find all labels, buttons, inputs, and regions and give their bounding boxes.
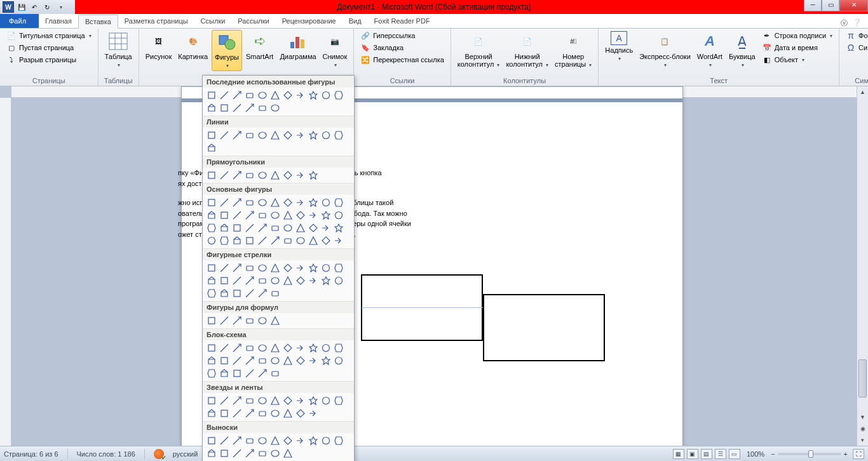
shape-item[interactable] — [205, 222, 218, 234]
shape-item[interactable] — [231, 367, 243, 380]
shape-item[interactable] — [294, 222, 307, 234]
undo-icon[interactable]: ↶ — [29, 2, 39, 12]
shape-item[interactable] — [218, 129, 231, 142]
drawn-rectangle-2[interactable] — [483, 294, 605, 361]
shape-item[interactable] — [281, 222, 294, 234]
shape-item[interactable] — [243, 287, 256, 300]
shape-item[interactable] — [294, 196, 307, 209]
shape-item[interactable] — [294, 129, 307, 142]
shape-item[interactable] — [269, 287, 281, 300]
shape-item[interactable] — [320, 354, 332, 367]
tab-mailings[interactable]: Рассылки — [231, 14, 275, 28]
status-words[interactable]: Число слов: 1 186 — [77, 450, 135, 458]
shape-item[interactable] — [218, 447, 231, 460]
shape-item[interactable] — [294, 262, 307, 274]
drawn-line[interactable] — [362, 307, 484, 308]
dropcap-button[interactable]: A̲Буквица▾ — [726, 30, 758, 70]
object-button[interactable]: ◧Объект▾ — [759, 54, 835, 65]
minimize-button[interactable]: ─ — [804, 0, 822, 11]
shape-item[interactable] — [243, 274, 256, 287]
shape-item[interactable] — [218, 196, 231, 209]
shape-item[interactable] — [332, 342, 345, 354]
shape-item[interactable] — [243, 222, 256, 234]
shape-item[interactable] — [307, 169, 320, 182]
shape-item[interactable] — [256, 234, 269, 247]
shape-item[interactable] — [269, 169, 281, 182]
datetime-button[interactable]: 📅Дата и время — [759, 42, 835, 53]
shape-item[interactable] — [332, 234, 345, 247]
shape-item[interactable] — [231, 274, 243, 287]
shape-item[interactable] — [243, 169, 256, 182]
shape-item[interactable] — [320, 274, 332, 287]
shape-item[interactable] — [269, 234, 281, 247]
zoom-fit-icon[interactable]: ⛶ — [853, 449, 864, 459]
shape-item[interactable] — [256, 196, 269, 209]
shape-item[interactable] — [218, 89, 231, 102]
tab-view[interactable]: Вид — [342, 14, 368, 28]
shape-item[interactable] — [243, 407, 256, 420]
shape-item[interactable] — [320, 262, 332, 274]
shape-item[interactable] — [269, 407, 281, 420]
save-icon[interactable]: 💾 — [17, 2, 27, 12]
shape-item[interactable] — [332, 434, 345, 447]
shape-item[interactable] — [231, 314, 243, 327]
screenshot-button[interactable]: 📷Снимок▾ — [320, 30, 350, 70]
shape-item[interactable] — [231, 196, 243, 209]
shape-item[interactable] — [243, 342, 256, 354]
shape-item[interactable] — [320, 234, 332, 247]
shape-item[interactable] — [243, 394, 256, 407]
pagenum-button[interactable]: #⃣Номер страницы ▾ — [552, 30, 594, 70]
shape-item[interactable] — [205, 342, 218, 354]
chart-button[interactable]: Диаграмма — [277, 30, 318, 62]
shape-item[interactable] — [218, 274, 231, 287]
shape-item[interactable] — [231, 407, 243, 420]
shape-item[interactable] — [256, 129, 269, 142]
shape-item[interactable] — [256, 209, 269, 222]
clipart-button[interactable]: 🎨Картинка — [175, 30, 210, 62]
shape-item[interactable] — [307, 222, 320, 234]
shape-item[interactable] — [231, 394, 243, 407]
next-page-icon[interactable]: ▾ — [857, 434, 868, 446]
cover-page-button[interactable]: 📄Титульная страница▾ — [4, 30, 94, 41]
shape-item[interactable] — [231, 102, 243, 114]
shape-item[interactable] — [269, 129, 281, 142]
shape-item[interactable] — [281, 196, 294, 209]
shape-item[interactable] — [269, 89, 281, 102]
shape-item[interactable] — [307, 354, 320, 367]
shape-item[interactable] — [231, 447, 243, 460]
shape-item[interactable] — [281, 342, 294, 354]
help-icon[interactable]: ❔ — [853, 18, 862, 28]
shape-item[interactable] — [205, 234, 218, 247]
shape-item[interactable] — [307, 407, 320, 420]
crossref-button[interactable]: 🔀Перекрестная ссылка — [358, 54, 447, 65]
redo-icon[interactable]: ↻ — [42, 2, 52, 12]
shape-item[interactable] — [205, 274, 218, 287]
shape-item[interactable] — [205, 262, 218, 274]
shape-item[interactable] — [332, 394, 345, 407]
zoom-level[interactable]: 100% — [747, 450, 764, 458]
shape-item[interactable] — [256, 169, 269, 182]
shape-item[interactable] — [332, 222, 345, 234]
shape-item[interactable] — [205, 367, 218, 380]
shape-item[interactable] — [205, 394, 218, 407]
shape-item[interactable] — [218, 169, 231, 182]
shape-item[interactable] — [205, 142, 218, 154]
shape-item[interactable] — [231, 342, 243, 354]
shape-item[interactable] — [269, 434, 281, 447]
shape-item[interactable] — [294, 394, 307, 407]
shape-item[interactable] — [243, 354, 256, 367]
shape-item[interactable] — [231, 209, 243, 222]
shape-item[interactable] — [205, 447, 218, 460]
shape-item[interactable] — [243, 434, 256, 447]
shape-item[interactable] — [243, 129, 256, 142]
shape-item[interactable] — [256, 407, 269, 420]
shape-item[interactable] — [281, 354, 294, 367]
shape-item[interactable] — [218, 367, 231, 380]
shape-item[interactable] — [256, 447, 269, 460]
shape-item[interactable] — [218, 394, 231, 407]
shape-item[interactable] — [281, 407, 294, 420]
tab-review[interactable]: Рецензирование — [276, 14, 342, 28]
shape-item[interactable] — [205, 407, 218, 420]
shape-item[interactable] — [256, 222, 269, 234]
shape-item[interactable] — [294, 89, 307, 102]
